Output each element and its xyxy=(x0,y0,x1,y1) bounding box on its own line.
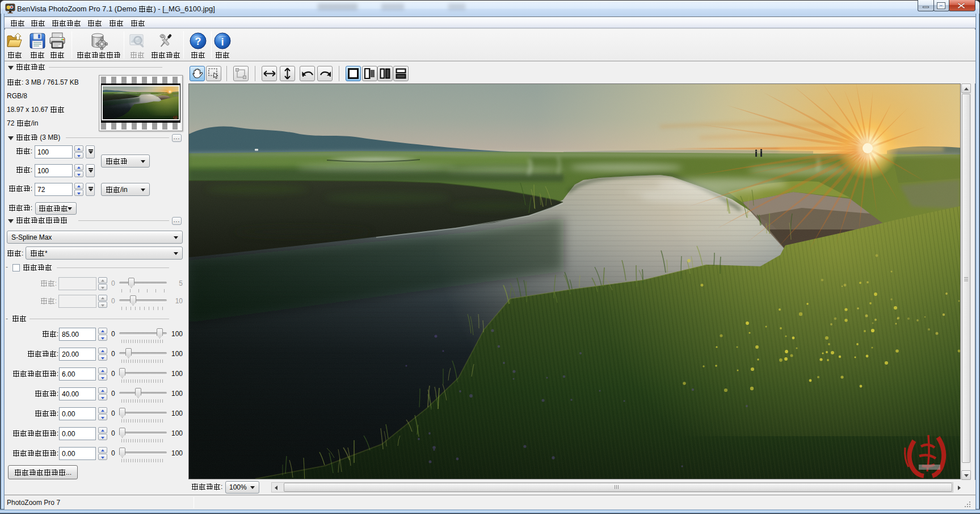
svg-text:?: ? xyxy=(195,36,201,47)
svg-text:i: i xyxy=(221,36,224,48)
